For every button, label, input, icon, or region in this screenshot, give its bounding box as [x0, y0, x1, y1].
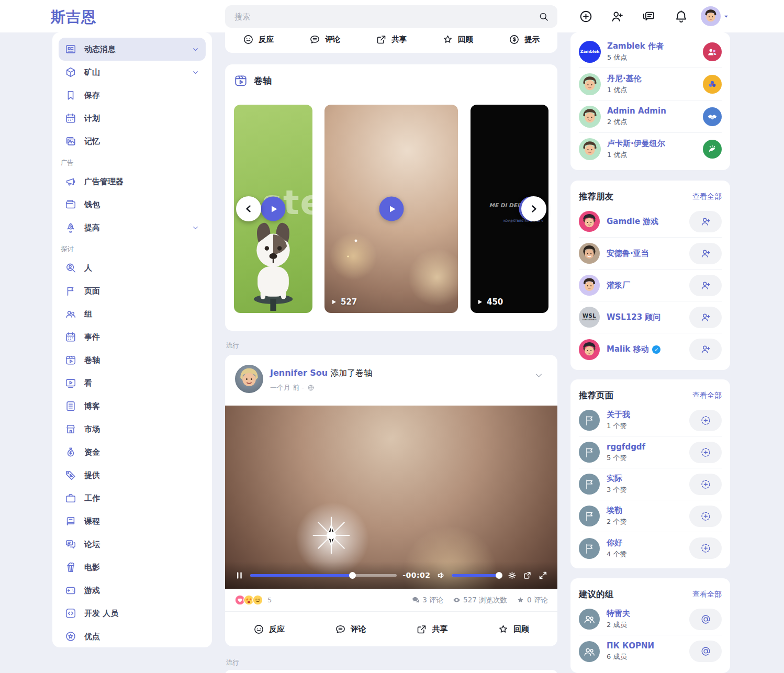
sidebar-item-saved[interactable]: 保存 — [59, 84, 206, 107]
member-name[interactable]: Admin Admin — [607, 106, 666, 116]
comment-button[interactable]: 评论 — [292, 34, 358, 45]
share-button[interactable]: 共享 — [391, 624, 473, 635]
group-name[interactable]: 特雷夫 — [607, 609, 630, 619]
avatar[interactable] — [579, 339, 600, 360]
page-name[interactable]: rggfdgdf — [607, 442, 645, 452]
sidebar-item-plans[interactable]: 计划 — [59, 107, 206, 130]
search-input[interactable] — [233, 12, 539, 22]
avatar[interactable] — [579, 106, 601, 128]
sidebar-item-forums[interactable]: 论坛 — [59, 533, 206, 556]
like-page-button[interactable] — [689, 442, 722, 463]
like-page-button[interactable] — [689, 474, 722, 495]
sidebar-item-funding[interactable]: 资金 — [59, 441, 206, 464]
sidebar-item-ads-manager[interactable]: 广告管理器 — [59, 170, 206, 193]
reaction-count[interactable]: 5 — [267, 596, 272, 604]
sidebar-item-groups[interactable]: 组 — [59, 302, 206, 326]
search-bar[interactable] — [225, 5, 557, 28]
see-all-link[interactable]: 查看全部 — [692, 391, 722, 400]
page-name[interactable]: 埃勒 — [607, 506, 626, 515]
pause-icon[interactable] — [234, 570, 244, 580]
avatar[interactable] — [579, 243, 600, 264]
volume-bar[interactable] — [452, 574, 501, 577]
play-icon[interactable] — [379, 197, 404, 221]
friend-name[interactable]: Gamdie 游戏 — [607, 217, 658, 227]
create-post-icon[interactable] — [579, 9, 593, 24]
sidebar-item-points[interactable]: 优点 — [59, 625, 206, 648]
video-player[interactable]: -00:02 — [225, 406, 557, 589]
sidebar-item-memories[interactable]: 记忆 — [59, 130, 206, 153]
volume-icon[interactable] — [436, 570, 446, 580]
friend-name[interactable]: WSL123 顾问 — [607, 312, 660, 322]
sidebar-item-watch[interactable]: 看 — [59, 372, 206, 395]
page-name[interactable]: 关于我 — [607, 410, 630, 420]
page-avatar[interactable] — [579, 474, 600, 495]
page-avatar[interactable] — [579, 410, 600, 431]
like-page-button[interactable] — [689, 410, 722, 431]
group-avatar[interactable] — [579, 609, 600, 630]
join-group-button[interactable] — [689, 641, 722, 662]
notifications-icon[interactable] — [674, 9, 688, 24]
friend-name[interactable]: 安德鲁·亚当 — [607, 249, 649, 259]
avatar[interactable] — [579, 275, 600, 296]
avatar[interactable]: WSLCONSULTANTS — [579, 307, 600, 328]
sidebar-item-reels[interactable]: 卷轴 — [59, 349, 206, 372]
avatar[interactable]: Zamblek — [579, 41, 601, 63]
settings-gear-icon[interactable] — [507, 570, 517, 580]
sidebar-item-wallet[interactable]: 钱包 — [59, 193, 206, 216]
see-all-link[interactable]: 查看全部 — [692, 192, 722, 201]
author-name[interactable]: Jennifer Sou — [270, 368, 328, 378]
carousel-next-button[interactable] — [521, 196, 546, 221]
pro-member-row[interactable]: 丹尼·基伦 1 优点 — [579, 68, 722, 100]
react-button[interactable]: 反应 — [225, 34, 292, 45]
sidebar-item-offers[interactable]: 提供 — [59, 464, 206, 487]
sidebar-item-newsfeed[interactable]: 动态消息 — [59, 38, 206, 61]
sidebar-item-people[interactable]: 人 — [59, 256, 206, 279]
comment-button[interactable]: 评论 — [310, 624, 391, 635]
sidebar-item-boost[interactable]: 提高 — [59, 216, 206, 239]
sidebar-item-blog[interactable]: 博客 — [59, 395, 206, 418]
react-button[interactable]: 反应 — [228, 624, 310, 635]
sidebar-item-developers[interactable]: 开发 人员 — [59, 602, 206, 625]
fullscreen-icon[interactable] — [538, 570, 548, 580]
pro-member-row[interactable]: Admin Admin 2 优点 — [579, 100, 722, 133]
friend-requests-icon[interactable] — [610, 9, 624, 24]
reel-thumbnail[interactable]: 527 — [324, 105, 458, 313]
progress-bar[interactable] — [250, 574, 397, 577]
sidebar-item-games[interactable]: 游戏 — [59, 579, 206, 602]
friend-name[interactable]: 灌浆厂 — [607, 281, 630, 290]
avatar[interactable] — [579, 138, 601, 160]
messages-icon[interactable] — [642, 9, 656, 24]
add-friend-button[interactable] — [689, 339, 722, 360]
page-avatar[interactable] — [579, 442, 600, 463]
like-page-button[interactable] — [689, 537, 722, 559]
pro-member-row[interactable]: Zamblek Zamblek 作者 5 优点 — [579, 36, 722, 68]
group-name[interactable]: ПК КОРNИ — [607, 641, 654, 650]
sidebar-item-courses[interactable]: 课程 — [59, 510, 206, 533]
reaction-chips[interactable] — [234, 595, 261, 605]
page-name[interactable]: 你好 — [607, 538, 626, 548]
add-friend-button[interactable] — [689, 275, 722, 296]
progress-knob[interactable] — [349, 572, 356, 579]
avatar[interactable] — [579, 73, 601, 95]
pro-member-row[interactable]: 卢卡斯·伊曼纽尔 1 优点 — [579, 133, 722, 165]
author-avatar[interactable] — [235, 365, 263, 393]
sidebar-item-events[interactable]: 事件 — [59, 326, 206, 349]
join-group-button[interactable] — [689, 609, 722, 630]
app-logo[interactable]: 斯吉恩 — [51, 7, 96, 27]
review-button[interactable]: 回顾 — [473, 624, 554, 635]
volume-knob[interactable] — [496, 572, 502, 579]
share-button[interactable]: 共享 — [358, 34, 424, 45]
pip-icon[interactable] — [522, 570, 532, 580]
page-avatar[interactable] — [579, 538, 600, 559]
see-all-link[interactable]: 查看全部 — [692, 590, 722, 599]
avatar[interactable] — [579, 211, 600, 232]
friend-name[interactable]: Malik 移动 — [607, 344, 649, 354]
add-friend-button[interactable] — [689, 211, 722, 232]
like-page-button[interactable] — [689, 506, 722, 527]
add-friend-button[interactable] — [689, 307, 722, 328]
comments-count[interactable]: 3 评论 — [412, 596, 443, 605]
member-name[interactable]: 卢卡斯·伊曼纽尔 — [607, 139, 665, 149]
account-menu-caret-icon[interactable] — [723, 14, 730, 19]
sidebar-item-jobs[interactable]: 工作 — [59, 487, 206, 510]
tip-button[interactable]: 提示 — [491, 34, 557, 45]
